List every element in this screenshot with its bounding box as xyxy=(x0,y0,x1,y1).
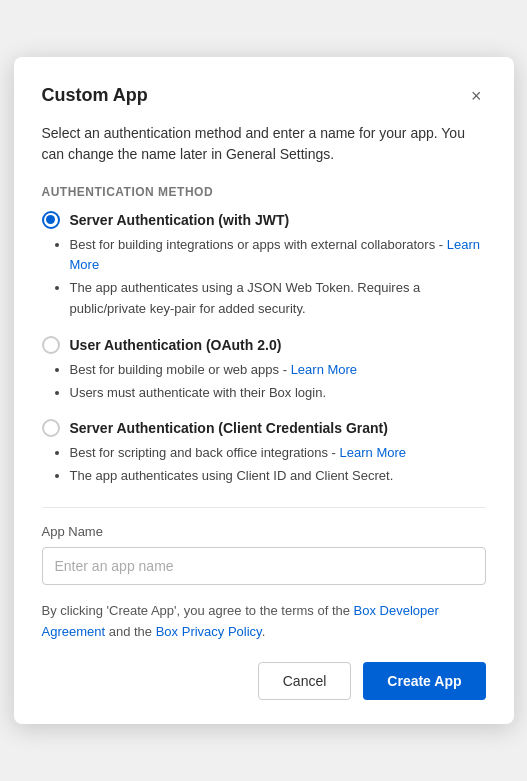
terms-text-before: By clicking 'Create App', you agree to t… xyxy=(42,603,354,618)
auth-option-oauth-header[interactable]: User Authentication (OAuth 2.0) xyxy=(42,336,486,354)
app-name-label: App Name xyxy=(42,524,486,539)
auth-option-ccg-bullets: Best for scripting and back office integ… xyxy=(70,443,486,487)
auth-option-oauth-label: User Authentication (OAuth 2.0) xyxy=(70,337,282,353)
dialog-footer: Cancel Create App xyxy=(42,662,486,700)
auth-section-label: Authentication Method xyxy=(42,185,486,199)
radio-jwt[interactable] xyxy=(42,211,60,229)
auth-options-group: Server Authentication (with JWT) Best fo… xyxy=(42,211,486,487)
radio-ccg[interactable] xyxy=(42,419,60,437)
terms-text-after: . xyxy=(262,624,266,639)
jwt-bullet1-text: Best for building integrations or apps w… xyxy=(70,237,447,252)
terms-text: By clicking 'Create App', you agree to t… xyxy=(42,601,486,643)
auth-option-oauth: User Authentication (OAuth 2.0) Best for… xyxy=(42,336,486,404)
auth-option-oauth-bullet-2: Users must authenticate with their Box l… xyxy=(70,383,486,404)
auth-option-jwt-header[interactable]: Server Authentication (with JWT) xyxy=(42,211,486,229)
auth-option-ccg-label: Server Authentication (Client Credential… xyxy=(70,420,388,436)
terms-text-middle: and the xyxy=(105,624,156,639)
app-name-input[interactable] xyxy=(42,547,486,585)
auth-option-oauth-bullet-1: Best for building mobile or web apps - L… xyxy=(70,360,486,381)
oauth-bullet1-text: Best for building mobile or web apps - xyxy=(70,362,291,377)
box-privacy-policy-link[interactable]: Box Privacy Policy xyxy=(156,624,262,639)
radio-oauth[interactable] xyxy=(42,336,60,354)
auth-option-ccg-bullet-1: Best for scripting and back office integ… xyxy=(70,443,486,464)
auth-option-jwt: Server Authentication (with JWT) Best fo… xyxy=(42,211,486,320)
divider xyxy=(42,507,486,508)
close-button[interactable]: × xyxy=(467,85,486,107)
app-name-section: App Name xyxy=(42,524,486,585)
dialog-header: Custom App × xyxy=(42,85,486,107)
dialog-title: Custom App xyxy=(42,85,148,106)
ccg-learn-more-link[interactable]: Learn More xyxy=(340,445,406,460)
ccg-bullet1-text: Best for scripting and back office integ… xyxy=(70,445,340,460)
cancel-button[interactable]: Cancel xyxy=(258,662,352,700)
dialog-description: Select an authentication method and ente… xyxy=(42,123,486,165)
auth-option-oauth-bullets: Best for building mobile or web apps - L… xyxy=(70,360,486,404)
create-app-button[interactable]: Create App xyxy=(363,662,485,700)
auth-option-ccg-header[interactable]: Server Authentication (Client Credential… xyxy=(42,419,486,437)
custom-app-dialog: Custom App × Select an authentication me… xyxy=(14,57,514,725)
oauth-learn-more-link[interactable]: Learn More xyxy=(291,362,357,377)
auth-option-ccg-bullet-2: The app authenticates using Client ID an… xyxy=(70,466,486,487)
auth-option-jwt-bullet-2: The app authenticates using a JSON Web T… xyxy=(70,278,486,320)
auth-option-jwt-bullet-1: Best for building integrations or apps w… xyxy=(70,235,486,277)
auth-option-jwt-label: Server Authentication (with JWT) xyxy=(70,212,290,228)
auth-option-ccg: Server Authentication (Client Credential… xyxy=(42,419,486,487)
auth-option-jwt-bullets: Best for building integrations or apps w… xyxy=(70,235,486,320)
